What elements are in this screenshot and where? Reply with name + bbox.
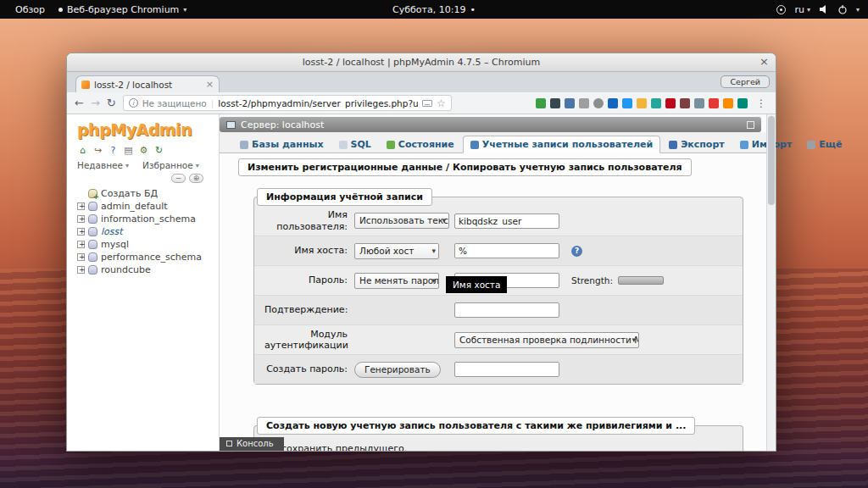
expand-icon[interactable] bbox=[77, 266, 85, 274]
extension-icon[interactable] bbox=[579, 98, 589, 108]
window-titlebar[interactable]: losst-2 / localhost | phpMyAdmin 4.7.5 –… bbox=[67, 53, 776, 72]
console-button[interactable]: Консоль bbox=[220, 437, 284, 451]
extension-icon[interactable] bbox=[608, 98, 618, 108]
chevron-down-icon: ▾ bbox=[807, 6, 810, 14]
tree-item-roundcube[interactable]: roundcube bbox=[77, 263, 219, 276]
extension-icon[interactable] bbox=[723, 98, 733, 108]
app-menu[interactable]: Веб-браузер Chromium ▾ bbox=[52, 4, 193, 15]
form-row: Создать пароль: Генерировать bbox=[254, 354, 743, 384]
browser-window: losst-2 / localhost | phpMyAdmin 4.7.5 –… bbox=[66, 53, 776, 452]
confirm-password-input[interactable] bbox=[454, 302, 559, 318]
login-information-legend: Информация учётной записи bbox=[257, 188, 432, 206]
keyboard-layout-indicator[interactable]: ru ▾ bbox=[794, 4, 810, 15]
vertical-scrollbar[interactable] bbox=[766, 114, 776, 451]
auth-plugin-select[interactable]: Собственная проверка подлинности MySQL bbox=[454, 332, 639, 348]
tree-item-admin-default[interactable]: admin_default bbox=[77, 200, 219, 213]
reload-button[interactable]: ↻ bbox=[107, 97, 116, 108]
extension-icon[interactable] bbox=[694, 98, 704, 108]
extension-icon[interactable] bbox=[593, 98, 604, 108]
reload-icon[interactable]: ↻ bbox=[153, 145, 164, 156]
extension-icon[interactable] bbox=[637, 98, 647, 108]
hostname-input[interactable] bbox=[454, 243, 559, 258]
tab-user-accounts[interactable]: Учетные записи пользователей bbox=[463, 136, 660, 153]
tree-item-mysql[interactable]: mysql bbox=[77, 238, 219, 251]
tab-export[interactable]: Экспорт bbox=[662, 136, 731, 152]
link-main-panel-icon[interactable]: ⊕ bbox=[189, 174, 203, 183]
activities-label: Обзор bbox=[15, 4, 45, 15]
url-text[interactable]: losst-2/phpmyadmin/server_privileges.php… bbox=[218, 98, 418, 108]
recent-tables-dropdown[interactable]: Недавнее bbox=[77, 160, 129, 170]
tree-item-information-schema[interactable]: information_schema bbox=[77, 213, 219, 225]
console-icon bbox=[226, 441, 232, 446]
pma-logo[interactable]: phpMyAdmin bbox=[77, 120, 219, 139]
username-type-select[interactable]: Использовать текстов bbox=[354, 213, 449, 229]
pma-navigation-panel: phpMyAdmin ⌂ ↪ ? ▤ ⚙ ↻ Недавнее Избранно bbox=[67, 114, 220, 451]
clock[interactable]: Суббота, 10:19 • bbox=[392, 4, 476, 15]
scrollbar-thumb[interactable] bbox=[768, 116, 775, 205]
keyboard-icon[interactable] bbox=[422, 100, 432, 107]
back-button[interactable]: ← bbox=[75, 97, 84, 108]
form-row: Имя пользователя: Использовать текстов bbox=[254, 206, 743, 236]
tab-status[interactable]: Состояние bbox=[380, 136, 461, 152]
tree-item-new-database[interactable]: Создать БД bbox=[77, 187, 219, 200]
tab-title: losst-2 / localhost bbox=[94, 80, 202, 90]
tab-icon bbox=[470, 141, 479, 149]
tab-close-icon[interactable]: × bbox=[206, 79, 214, 90]
logout-icon[interactable]: ↪ bbox=[92, 145, 103, 156]
hostname-type-select[interactable]: Любой хост bbox=[354, 243, 439, 259]
help-icon[interactable]: ? bbox=[571, 246, 582, 257]
expand-icon[interactable] bbox=[77, 253, 85, 261]
generate-password-label: Создать пароль: bbox=[264, 363, 348, 374]
tree-item-performance-schema[interactable]: performance_schema bbox=[77, 251, 219, 263]
extension-icon[interactable] bbox=[665, 98, 676, 108]
browser-menu-icon[interactable]: ⋮ bbox=[754, 97, 768, 109]
help-icon[interactable]: ? bbox=[108, 145, 119, 156]
tab-icon bbox=[740, 141, 748, 149]
extension-icon[interactable] bbox=[550, 98, 560, 108]
expand-icon[interactable] bbox=[77, 202, 85, 210]
system-status-area[interactable]: ru ▾ ▾ bbox=[776, 4, 860, 15]
forward-button[interactable]: → bbox=[91, 97, 100, 108]
profile-button[interactable]: Сергей bbox=[721, 75, 770, 88]
expand-icon[interactable] bbox=[77, 228, 85, 236]
generated-password-input[interactable] bbox=[454, 362, 559, 377]
password-strength: Strength: bbox=[571, 275, 664, 286]
extension-icon[interactable] bbox=[622, 98, 632, 108]
tab-sql[interactable]: SQL bbox=[332, 136, 378, 152]
edit-account-legend: Изменить регистрационные данные / Копиро… bbox=[238, 158, 692, 176]
settings-icon[interactable]: ⚙ bbox=[138, 145, 149, 156]
expand-icon[interactable] bbox=[77, 215, 85, 223]
activities-button[interactable]: Обзор bbox=[8, 4, 52, 15]
extension-icon[interactable] bbox=[737, 98, 748, 108]
extension-icon[interactable] bbox=[536, 98, 546, 108]
tab-icon bbox=[240, 141, 248, 149]
extension-icon[interactable] bbox=[709, 98, 719, 108]
user-edit-page: Изменить регистрационные данные / Копиро… bbox=[220, 153, 766, 451]
password-type-select[interactable]: Не менять пароль bbox=[354, 273, 439, 289]
expand-icon[interactable] bbox=[77, 241, 85, 248]
tab-more[interactable]: Ещё bbox=[800, 136, 849, 152]
extension-icon[interactable] bbox=[680, 98, 690, 108]
tab-databases[interactable]: Базы данных bbox=[233, 136, 331, 152]
power-icon bbox=[837, 4, 848, 14]
extension-icon[interactable] bbox=[565, 98, 575, 108]
extension-icon[interactable] bbox=[651, 98, 661, 108]
browser-tab[interactable]: losst-2 / localhost × bbox=[75, 75, 220, 92]
app-menu-label: Веб-браузер Chromium bbox=[67, 4, 179, 15]
info-icon[interactable]: i bbox=[129, 98, 138, 108]
close-icon[interactable]: × bbox=[760, 56, 769, 67]
generate-password-button[interactable]: Генерировать bbox=[354, 362, 441, 378]
address-bar[interactable]: i Не защищено | losst-2/phpmyadmin/serve… bbox=[123, 95, 452, 111]
expand-panel-icon[interactable] bbox=[747, 121, 754, 129]
server-breadcrumb[interactable]: Сервер: localhost bbox=[220, 117, 761, 132]
home-icon[interactable]: ⌂ bbox=[77, 145, 88, 156]
tree-item-losst[interactable]: losst bbox=[77, 225, 219, 238]
favorite-tables-dropdown[interactable]: Избранное bbox=[142, 160, 199, 170]
collapse-all-icon[interactable]: − bbox=[171, 174, 186, 183]
docs-icon[interactable]: ▤ bbox=[123, 145, 134, 156]
username-input[interactable] bbox=[454, 214, 559, 229]
app-indicator-icon bbox=[58, 8, 63, 12]
bookmark-star-icon[interactable]: ☆ bbox=[437, 97, 446, 109]
panel-icon-row: ⌂ ↪ ? ▤ ⚙ ↻ bbox=[77, 145, 219, 156]
browser-content: phpMyAdmin ⌂ ↪ ? ▤ ⚙ ↻ Недавнее Избранно bbox=[67, 114, 776, 451]
